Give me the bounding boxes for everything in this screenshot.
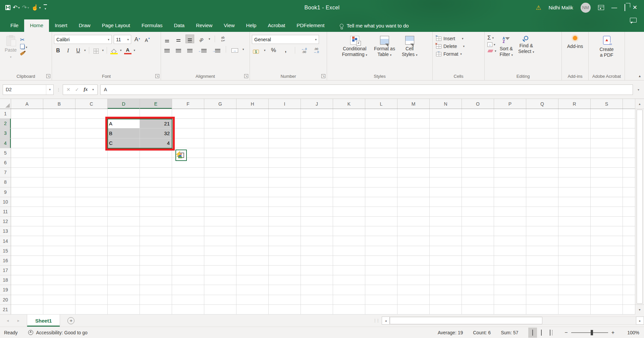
cell-Q21[interactable]: [526, 305, 558, 315]
cell-H15[interactable]: [236, 246, 269, 256]
cell-F12[interactable]: [172, 217, 204, 226]
formula-bar-splitter[interactable]: ⋮: [56, 87, 60, 92]
cell-M12[interactable]: [397, 217, 430, 226]
row-header-12[interactable]: 12: [0, 217, 11, 226]
row-header-8[interactable]: 8: [0, 177, 11, 187]
formula-input[interactable]: A: [100, 84, 633, 95]
cell-I16[interactable]: [269, 256, 301, 266]
cell-H6[interactable]: [236, 158, 269, 168]
cell-J18[interactable]: [301, 275, 333, 285]
cell-I5[interactable]: [269, 148, 301, 158]
column-header-H[interactable]: H: [236, 99, 269, 109]
cell-S18[interactable]: [591, 275, 623, 285]
cell-E6[interactable]: [140, 158, 172, 168]
cell-J11[interactable]: [301, 207, 333, 217]
align-right-button[interactable]: [186, 45, 194, 53]
cell-H9[interactable]: [236, 187, 269, 197]
middle-align-button[interactable]: [174, 35, 182, 43]
cell-S13[interactable]: [591, 226, 623, 236]
cell-K4[interactable]: [333, 138, 365, 148]
cell-L16[interactable]: [365, 256, 397, 266]
cell-I18[interactable]: [269, 275, 301, 285]
cell-L15[interactable]: [365, 246, 397, 256]
cell-P6[interactable]: [494, 158, 526, 168]
cell-B21[interactable]: [43, 305, 75, 315]
cell-L7[interactable]: [365, 168, 397, 177]
align-left-button[interactable]: [163, 45, 171, 53]
column-header-F[interactable]: F: [172, 99, 204, 109]
cell-N13[interactable]: [430, 226, 462, 236]
cell-E2[interactable]: 21: [140, 119, 172, 128]
cell-D12[interactable]: [108, 217, 140, 226]
cell-M16[interactable]: [397, 256, 430, 266]
cell-A2[interactable]: [11, 119, 43, 128]
increase-decimal-button[interactable]: ←.0.00: [300, 46, 308, 54]
cell-L1[interactable]: [365, 109, 397, 119]
cell-Q16[interactable]: [526, 256, 558, 266]
cell-Q3[interactable]: [526, 128, 558, 138]
cell-F8[interactable]: [172, 177, 204, 187]
cell-A6[interactable]: [11, 158, 43, 168]
cell-R12[interactable]: [558, 217, 591, 226]
cell-A8[interactable]: [11, 177, 43, 187]
cell-O18[interactable]: [462, 275, 494, 285]
cell-D6[interactable]: [108, 158, 140, 168]
cell-C9[interactable]: [75, 187, 108, 197]
cell-O9[interactable]: [462, 187, 494, 197]
zoom-in-button[interactable]: +: [611, 330, 614, 336]
cell-S8[interactable]: [591, 177, 623, 187]
cell-S19[interactable]: [591, 285, 623, 295]
cell-L5[interactable]: [365, 148, 397, 158]
cell-C1[interactable]: [75, 109, 108, 119]
cell-S10[interactable]: [591, 197, 623, 207]
cell-F11[interactable]: [172, 207, 204, 217]
cell-N14[interactable]: [430, 236, 462, 246]
row-header-5[interactable]: 5: [0, 148, 11, 158]
cell-B17[interactable]: [43, 266, 75, 275]
cell-A16[interactable]: [11, 256, 43, 266]
cell-F14[interactable]: [172, 236, 204, 246]
scroll-right-button[interactable]: ▸: [636, 317, 644, 325]
cell-L21[interactable]: [365, 305, 397, 315]
cell-F7[interactable]: [172, 168, 204, 177]
cell-G7[interactable]: [204, 168, 236, 177]
cell-styles-button[interactable]: CellStyles ▾: [399, 34, 420, 72]
cell-M13[interactable]: [397, 226, 430, 236]
cell-R5[interactable]: [558, 148, 591, 158]
cell-R18[interactable]: [558, 275, 591, 285]
number-dialog-launcher[interactable]: ↘: [321, 74, 325, 78]
cell-Q2[interactable]: [526, 119, 558, 128]
zoom-slider[interactable]: [571, 332, 608, 333]
cell-C8[interactable]: [75, 177, 108, 187]
column-header-L[interactable]: L: [365, 99, 397, 109]
cut-button[interactable]: ✂: [20, 37, 28, 43]
cell-F15[interactable]: [172, 246, 204, 256]
cell-I4[interactable]: [269, 138, 301, 148]
cell-I2[interactable]: [269, 119, 301, 128]
cell-E13[interactable]: [140, 226, 172, 236]
cell-L12[interactable]: [365, 217, 397, 226]
cell-H11[interactable]: [236, 207, 269, 217]
cell-L14[interactable]: [365, 236, 397, 246]
cell-P7[interactable]: [494, 168, 526, 177]
cell-Q14[interactable]: [526, 236, 558, 246]
cell-E10[interactable]: [140, 197, 172, 207]
cell-M10[interactable]: [397, 197, 430, 207]
cell-K2[interactable]: [333, 119, 365, 128]
cell-M14[interactable]: [397, 236, 430, 246]
cell-K1[interactable]: [333, 109, 365, 119]
cell-R13[interactable]: [558, 226, 591, 236]
cell-M8[interactable]: [397, 177, 430, 187]
cell-E18[interactable]: [140, 275, 172, 285]
cell-L9[interactable]: [365, 187, 397, 197]
tab-scroll-splitter[interactable]: ⋮⋮: [373, 315, 382, 327]
autosum-button[interactable]: Σ▾: [487, 35, 496, 41]
cell-O12[interactable]: [462, 217, 494, 226]
cell-G8[interactable]: [204, 177, 236, 187]
cell-L8[interactable]: [365, 177, 397, 187]
column-header-N[interactable]: N: [430, 99, 462, 109]
cell-N2[interactable]: [430, 119, 462, 128]
cell-D7[interactable]: [108, 168, 140, 177]
cell-E21[interactable]: [140, 305, 172, 315]
cell-J8[interactable]: [301, 177, 333, 187]
